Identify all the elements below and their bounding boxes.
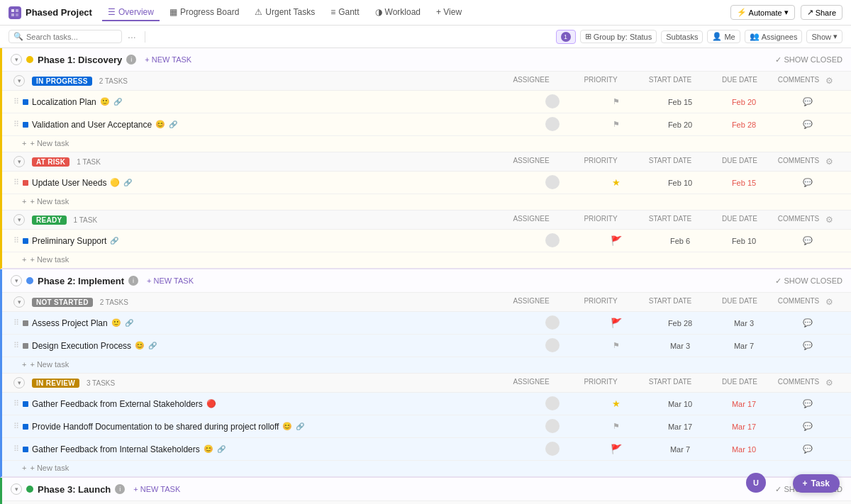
table-row[interactable]: ⠿ Preliminary Support 🔗 🚩 Feb 6 Feb 10 💬	[2, 230, 851, 252]
assignees-icon: 👥	[750, 32, 760, 41]
priority-flag: ⚑	[613, 120, 620, 128]
add-task-in-progress[interactable]: + + New task	[2, 136, 851, 152]
table-row[interactable]: ⠿ Provide Handoff Documentation to be sh…	[2, 415, 851, 438]
start-date-cell: Mar 17	[648, 422, 712, 431]
filter-chip[interactable]: 1	[556, 30, 576, 44]
drag-handle[interactable]: ⠿	[13, 444, 19, 454]
task-fab-button[interactable]: + Task	[793, 474, 840, 493]
phase3-info-icon[interactable]: i	[115, 484, 125, 494]
table-row[interactable]: ⠿ Update User Needs 🟡 🔗 ★ Feb 10 Feb 15 …	[2, 172, 851, 194]
drag-handle[interactable]: ⠿	[13, 236, 19, 245]
table-row[interactable]: ⠿ Assess Project Plan 🙂 🔗 🚩 Feb 28 Mar 3…	[2, 312, 851, 335]
due-date-cell: Mar 7	[712, 342, 776, 350]
phase3-header[interactable]: ▾ Phase 3: Launch i + NEW TASK ✓ SHOW CL…	[2, 478, 851, 500]
ready-collapse[interactable]: ▾	[13, 214, 25, 225]
priority-flag: 🚩	[611, 318, 622, 328]
user-avatar-fab[interactable]: U	[746, 473, 766, 493]
comment-icon: 💬	[803, 422, 813, 430]
drag-handle[interactable]: ⠿	[13, 422, 19, 431]
search-box[interactable]: 🔍	[9, 30, 122, 43]
in-progress-collapse[interactable]: ▾	[13, 75, 25, 86]
settings-icon[interactable]: ⚙	[825, 297, 840, 307]
subtasks-chip[interactable]: Subtasks	[661, 30, 703, 43]
search-input[interactable]	[26, 33, 117, 41]
phase1-new-task[interactable]: + NEW TASK	[140, 54, 196, 65]
automate-button[interactable]: ⚡ Automate ▾	[730, 5, 795, 20]
drag-handle[interactable]: ⠿	[13, 399, 19, 408]
table-row[interactable]: ⠿ Gather Feedback from External Stakehol…	[2, 393, 851, 415]
comment-icon: 💬	[803, 120, 813, 128]
table-row[interactable]: ⠿ Validation and User Acceptance 😊 🔗 ⚑ F…	[2, 113, 851, 136]
task-name: Validation and User Acceptance	[32, 120, 152, 130]
tab-add-view[interactable]: + View	[430, 4, 467, 21]
task-emoji: 🔴	[206, 399, 216, 408]
task-color	[23, 424, 28, 430]
at-risk-badge: AT RISK	[32, 157, 69, 167]
due-date-cell: Feb 28	[712, 121, 776, 129]
task-name-cell: ⠿ Gather Feedback from Internal Stakehol…	[13, 444, 521, 454]
link-icon: 🔗	[148, 342, 157, 349]
drag-handle[interactable]: ⠿	[13, 178, 19, 187]
top-bar-right: ⚡ Automate ▾ ↗ Share	[730, 5, 842, 20]
phase1-info-icon[interactable]: i	[126, 55, 136, 65]
add-task-ready[interactable]: + + New task	[2, 252, 851, 268]
group-by-chip[interactable]: ⊞ Group by: Status	[580, 30, 657, 43]
task-emoji: 😊	[204, 444, 213, 454]
settings-icon[interactable]: ⚙	[825, 215, 840, 225]
drag-handle[interactable]: ⠿	[13, 318, 19, 327]
settings-icon[interactable]: ⚙	[825, 76, 840, 86]
tab-workload[interactable]: ◑ Workload	[369, 4, 426, 21]
phase2-info-icon[interactable]: i	[128, 276, 138, 286]
add-task-at-risk[interactable]: + + New task	[2, 194, 851, 210]
priority-flag: 🚩	[611, 444, 622, 454]
avatar	[545, 442, 560, 456]
phase2-in-review-header: ▾ IN REVIEW 3 TASKS ASSIGNEE PRIORITY ST…	[2, 373, 851, 393]
phase2-dot	[26, 277, 33, 284]
plus-icon: +	[803, 478, 808, 488]
comments-cell: 💬	[776, 97, 840, 106]
phase1-in-progress-header: ▾ IN PROGRESS 2 TASKS ASSIGNEE PRIORITY …	[2, 71, 851, 91]
table-row[interactable]: ⠿ Localization Plan 🙂 🔗 ⚑ Feb 15 Feb 20 …	[2, 91, 851, 113]
phase1-collapse[interactable]: ▾	[11, 54, 22, 65]
svg-rect-1	[16, 9, 18, 12]
tab-gantt[interactable]: ≡ Gantt	[325, 4, 365, 21]
me-chip[interactable]: 👤 Me	[707, 30, 740, 43]
assignee-cell	[521, 396, 584, 412]
settings-icon[interactable]: ⚙	[825, 378, 840, 388]
avatar	[545, 117, 560, 131]
phase3-new-task[interactable]: + NEW TASK	[129, 483, 184, 495]
tab-overview[interactable]: ☰ Overview	[102, 4, 160, 21]
share-button[interactable]: ↗ Share	[801, 5, 842, 20]
phase2-new-task[interactable]: + NEW TASK	[143, 275, 198, 286]
phase1-header[interactable]: ▾ Phase 1: Discovery i + NEW TASK ✓ SHOW…	[2, 48, 851, 71]
table-row[interactable]: ⠿ Design Execution Process 😊 🔗 ⚑ Mar 3 M…	[2, 335, 851, 357]
phase3-section: ▾ Phase 3: Launch i + NEW TASK ✓ SHOW CL…	[0, 478, 851, 504]
assignees-chip[interactable]: 👥 Assignees	[745, 30, 803, 43]
comments-cell: 💬	[776, 178, 840, 187]
phase3-dot	[26, 486, 33, 493]
show-chip[interactable]: Show ▾	[806, 30, 842, 43]
phase2-show-closed[interactable]: ✓ SHOW CLOSED	[775, 276, 842, 286]
group-icon: ⊞	[585, 32, 591, 41]
table-row[interactable]: ⠿ Gather Feedback from Internal Stakehol…	[2, 438, 851, 461]
drag-handle[interactable]: ⠿	[13, 341, 19, 350]
phase2-collapse[interactable]: ▾	[11, 275, 22, 286]
phase3-collapse[interactable]: ▾	[11, 483, 22, 495]
settings-icon[interactable]: ⚙	[825, 157, 840, 167]
tab-progress-board[interactable]: ▦ Progress Board	[164, 4, 245, 21]
tab-urgent-tasks[interactable]: ⚠ Urgent Tasks	[249, 4, 321, 21]
not-started-collapse[interactable]: ▾	[13, 296, 25, 308]
drag-handle[interactable]: ⠿	[13, 97, 19, 106]
phase2-header[interactable]: ▾ Phase 2: Implement i + NEW TASK ✓ SHOW…	[2, 269, 851, 292]
add-task-in-review[interactable]: + + New task	[2, 461, 851, 476]
more-options-icon[interactable]: ···	[128, 31, 136, 43]
at-risk-collapse[interactable]: ▾	[13, 156, 25, 167]
drag-handle[interactable]: ⠿	[13, 120, 19, 129]
task-name: Provide Handoff Documentation to be shar…	[32, 422, 279, 432]
phase1-show-closed[interactable]: ✓ SHOW CLOSED	[775, 55, 842, 65]
priority-star: ★	[612, 177, 621, 188]
in-review-collapse[interactable]: ▾	[13, 377, 25, 388]
phase2-title: Phase 2: Implement	[38, 276, 124, 286]
add-task-not-started[interactable]: + + New task	[2, 357, 851, 373]
avatar	[545, 175, 560, 189]
